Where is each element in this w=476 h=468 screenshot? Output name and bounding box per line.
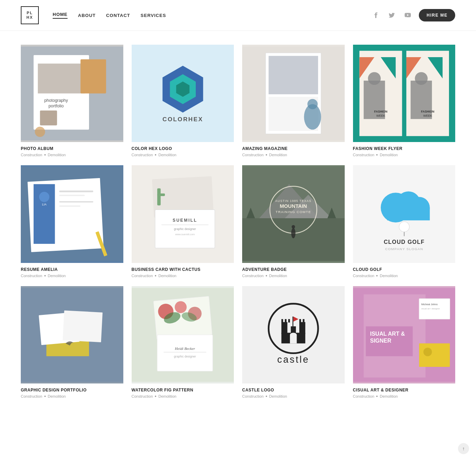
svg-rect-89 — [157, 335, 212, 371]
portfolio-image-castle-logo: castle — [242, 286, 345, 383]
portfolio-title-graphic-design: GRAPHIC DESIGN PORTFOLIO — [21, 388, 123, 392]
portfolio-meta-photo-album: Construction Demolition — [21, 153, 123, 157]
meta-dot — [44, 396, 46, 397]
svg-text:ISUAL ART &: ISUAL ART & — [370, 331, 405, 337]
svg-text:SIGNER: SIGNER — [370, 338, 391, 344]
svg-text:SUEMILL: SUEMILL — [173, 218, 197, 223]
svg-point-26 — [368, 72, 381, 85]
nav-about[interactable]: ABOUT — [78, 13, 96, 18]
portfolio-meta-cisual: Construction Demolition — [353, 394, 456, 398]
svg-rect-45 — [59, 206, 81, 207]
svg-text:Heidi Becker: Heidi Becker — [174, 346, 195, 351]
svg-text:FASHION: FASHION — [421, 110, 434, 113]
svg-rect-103 — [303, 319, 305, 323]
svg-rect-96 — [281, 322, 287, 334]
portfolio-section: photography portfolio PHOTO ALBUM Constr… — [0, 31, 476, 419]
portfolio-item-color-hex[interactable]: COLORHEX COLOR HEX LOGO Construction Dem… — [132, 45, 234, 157]
svg-rect-2 — [38, 64, 85, 94]
portfolio-title-fashion-week: FASHION WEEK FLYER — [353, 146, 456, 151]
logo[interactable]: PL HX — [21, 6, 39, 24]
svg-rect-6 — [80, 59, 106, 94]
svg-text:graphic designer: graphic designer — [174, 355, 196, 358]
svg-text:COMPANY SLOGAN: COMPANY SLOGAN — [385, 247, 423, 251]
portfolio-title-cisual: CISUAL ART & DESIGNER — [353, 388, 456, 392]
svg-point-7 — [35, 127, 45, 137]
portfolio-item-resume-amelia[interactable]: LIA RESUME AMELIA Construction Demolitio… — [21, 165, 123, 277]
portfolio-item-amazing-magazine[interactable]: THE SYAHIM MAG REAL WIN MAGAZINE AMAZING… — [242, 45, 345, 157]
header-right: HIRE ME — [371, 9, 455, 21]
svg-rect-104 — [292, 317, 293, 327]
meta-dot — [266, 396, 267, 397]
portfolio-title-resume-amelia: RESUME AMELIA — [21, 267, 123, 272]
portfolio-item-castle-logo[interactable]: castle CASTLE LOGO Construction Demoliti… — [242, 286, 345, 398]
svg-text:portfolio: portfolio — [49, 104, 64, 108]
portfolio-title-business-card: BUSINESS CARD WITH CACTUS — [132, 267, 234, 272]
portfolio-image-resume-amelia: LIA — [21, 165, 123, 263]
svg-rect-99 — [281, 319, 283, 323]
portfolio-image-fashion-week: FASHION WEEK FASHION WEEK — [353, 45, 456, 142]
svg-point-107 — [290, 333, 297, 337]
portfolio-item-watercolor[interactable]: Heidi Becker graphic designer WATERCOLOR… — [132, 286, 234, 398]
portfolio-item-cisual[interactable]: ISUAL ART & SIGNER Micheal Johns visual … — [353, 286, 456, 398]
portfolio-title-castle-logo: CASTLE LOGO — [242, 388, 345, 392]
portfolio-item-cloud-golf[interactable]: CLOUD GOLF COMPANY SLOGAN CLOUD GOLF Con… — [353, 165, 456, 277]
portfolio-title-photo-album: PHOTO ALBUM — [21, 146, 123, 151]
portfolio-image-photo-album: photography portfolio — [21, 45, 123, 142]
meta-dot — [266, 154, 267, 156]
nav-services[interactable]: SERVICES — [141, 13, 166, 18]
nav-contact[interactable]: CONTACT — [106, 13, 130, 18]
portfolio-image-adventure-badge: AUSTIN 1985 TEXAS MOUNTAIN TRAINING COMT… — [242, 165, 345, 263]
svg-point-33 — [415, 72, 427, 85]
portfolio-meta-adventure-badge: Construction Demolition — [242, 274, 345, 278]
svg-rect-117 — [419, 343, 450, 367]
portfolio-title-cloud-golf: CLOUD GOLF — [353, 267, 456, 272]
nav-home[interactable]: HOME — [53, 12, 68, 19]
svg-rect-101 — [288, 319, 290, 323]
portfolio-meta-watercolor: Construction Demolition — [132, 394, 234, 398]
svg-text:photography: photography — [44, 98, 68, 103]
svg-rect-54 — [161, 225, 208, 225]
portfolio-image-color-hex: COLORHEX — [132, 45, 234, 142]
portfolio-meta-amazing-magazine: Construction Demolition — [242, 153, 345, 157]
svg-rect-91 — [164, 352, 206, 352]
meta-dot — [266, 275, 267, 276]
twitter-icon[interactable] — [387, 10, 397, 20]
portfolio-item-adventure-badge[interactable]: AUSTIN 1985 TEXAS MOUNTAIN TRAINING COMT… — [242, 165, 345, 277]
portfolio-title-amazing-magazine: AMAZING MAGAZINE — [242, 146, 345, 151]
svg-text:visual art • designer: visual art • designer — [421, 307, 440, 310]
logo-line2: HX — [26, 15, 33, 20]
facebook-icon[interactable] — [371, 10, 381, 20]
svg-rect-73 — [387, 208, 430, 221]
svg-rect-43 — [59, 195, 85, 196]
svg-point-74 — [399, 222, 409, 232]
portfolio-item-graphic-design[interactable]: GRAPHIC DESIGN PORTFOLIO Construction De… — [21, 286, 123, 398]
portfolio-image-cisual: ISUAL ART & SIGNER Micheal Johns visual … — [353, 286, 456, 383]
svg-point-20 — [307, 99, 318, 109]
portfolio-meta-graphic-design: Construction Demolition — [21, 394, 123, 398]
youtube-icon[interactable] — [403, 10, 413, 20]
hire-me-button[interactable]: HIRE ME — [419, 9, 455, 21]
svg-rect-102 — [299, 319, 301, 323]
portfolio-meta-business-card: Construction Demolition — [132, 274, 234, 278]
svg-text:CLOUD GOLF: CLOUD GOLF — [384, 239, 424, 245]
svg-rect-98 — [299, 322, 305, 334]
svg-rect-81 — [63, 310, 103, 342]
meta-dot — [155, 154, 156, 156]
svg-rect-50 — [157, 194, 165, 196]
svg-rect-49 — [157, 188, 160, 205]
portfolio-item-fashion-week[interactable]: FASHION WEEK FASHION WEEK FASHION WEEK F… — [353, 45, 456, 157]
header: PL HX HOME ABOUT CONTACT SERVICES HIRE M… — [0, 0, 476, 31]
meta-dot — [155, 396, 156, 397]
portfolio-item-business-card[interactable]: SUEMILL graphic designer www.suemill.com… — [132, 165, 234, 277]
portfolio-image-business-card: SUEMILL graphic designer www.suemill.com — [132, 165, 234, 263]
meta-dot — [44, 275, 46, 276]
svg-rect-5 — [40, 111, 57, 125]
svg-point-85 — [175, 301, 186, 313]
svg-text:TRAINING COMTE: TRAINING COMTE — [275, 210, 311, 214]
portfolio-item-photo-album[interactable]: photography portfolio PHOTO ALBUM Constr… — [21, 45, 123, 157]
portfolio-meta-color-hex: Construction Demolition — [132, 153, 234, 157]
meta-dot — [376, 396, 378, 397]
svg-text:FASHION: FASHION — [374, 110, 387, 113]
svg-text:graphic designer: graphic designer — [174, 228, 196, 231]
portfolio-image-amazing-magazine: THE SYAHIM MAG REAL WIN MAGAZINE — [242, 45, 345, 142]
